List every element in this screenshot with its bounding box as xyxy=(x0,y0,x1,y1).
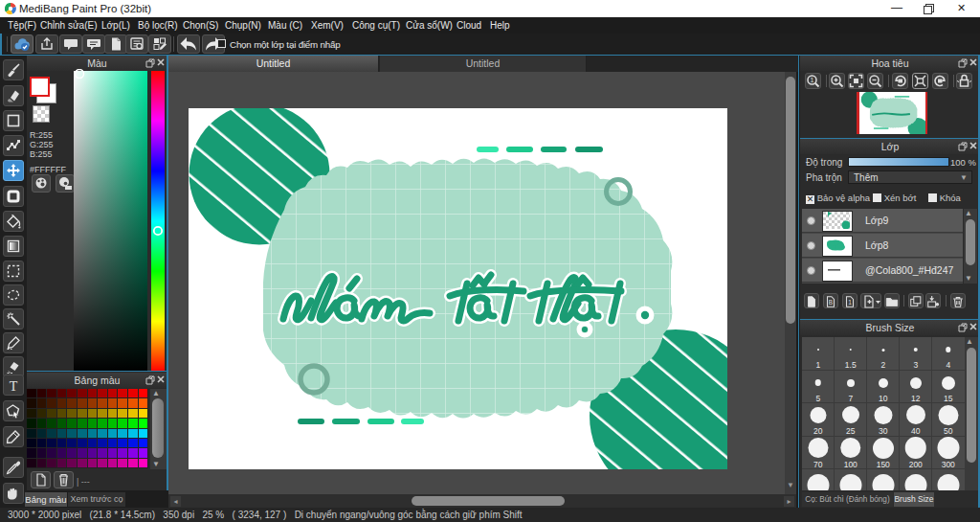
svg-text:1: 1 xyxy=(811,77,814,83)
svg-text:1: 1 xyxy=(848,299,852,306)
svg-text:B: B xyxy=(829,299,834,306)
svg-text:T: T xyxy=(10,379,18,393)
